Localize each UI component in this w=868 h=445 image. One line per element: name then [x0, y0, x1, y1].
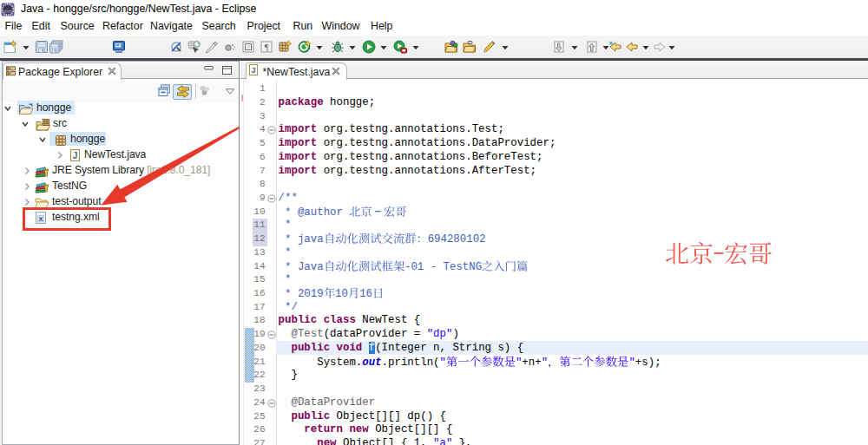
svg-text:J: J: [251, 65, 255, 75]
svg-text:¶: ¶: [265, 43, 269, 52]
svg-text:J: J: [73, 151, 78, 160]
